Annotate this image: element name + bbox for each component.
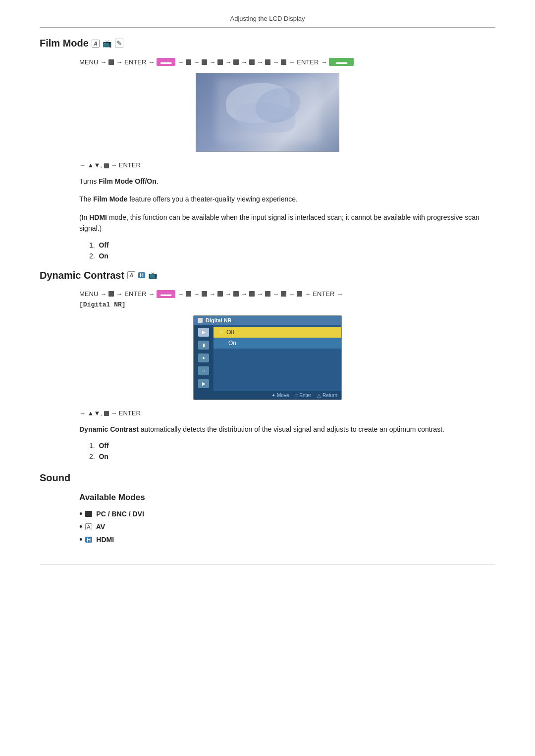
film-mode-enter-hint-text: → ▲▼, → ENTER — [79, 161, 141, 169]
dc-badge-a: A — [127, 271, 135, 279]
bullet-dot-pc: • — [79, 509, 82, 518]
sound-title-text: Sound — [40, 472, 70, 484]
dc-hint-sq — [104, 411, 109, 416]
osd-icon-5: ▶ — [198, 379, 209, 388]
nav-arrow-9: → — [257, 58, 263, 66]
dc-nav-menu: MENU — [79, 290, 98, 298]
dc-options: 1. Off 2. On — [40, 442, 495, 460]
nav-arrow-6: → — [209, 58, 215, 66]
nav-arrow-10: → — [272, 58, 279, 66]
film-mode-turns-desc: Turns Film Mode Off/On. — [79, 176, 495, 187]
film-mode-nav-row: MENU → → ENTER → ▬▬ → → → → → → → — [79, 58, 495, 66]
film-mode-section: Film Mode A 📺 ✎ MENU → → ENTER → ▬▬ → → … — [40, 38, 495, 260]
nav-arrow-3: → — [148, 58, 155, 66]
dc-option-2-label: On — [99, 453, 108, 460]
pc-label: PC / BNC / DVI — [96, 510, 144, 518]
dc-option-1: 1. Off — [79, 442, 495, 450]
hdmi-icon: H — [85, 537, 92, 543]
dc-enter-hint-text: → ▲▼, → ENTER — [79, 409, 141, 417]
bullet-hdmi: • H HDMI — [79, 535, 495, 544]
osd-title-bar: Digital NR — [194, 316, 341, 325]
dc-nav-arr-2: → — [116, 290, 122, 298]
hdmi-label: HDMI — [96, 536, 114, 544]
dc-desc: Dynamic Contrast automatically detects t… — [40, 424, 495, 435]
dc-osd-container: Digital NR ▶ ▮ ● ○ ▶ ✓ Off — [40, 315, 495, 400]
film-mode-menu-path: MENU → → ENTER → ▬▬ → → → → → → → — [40, 58, 495, 66]
bullet-av: • A AV — [79, 522, 495, 531]
dc-nav-arr-12: → — [304, 290, 311, 298]
badge-a: A — [92, 40, 100, 48]
dc-nav-arr-5: → — [193, 290, 200, 298]
nav-sq-5 — [233, 59, 239, 65]
badge-tv-icon: 📺 — [103, 39, 112, 48]
hint-sq — [104, 163, 109, 168]
top-divider — [40, 27, 495, 28]
osd-sidebar: ▶ ▮ ● ○ ▶ ✓ Off On — [194, 325, 341, 391]
dc-nav-arr-7: → — [225, 290, 231, 298]
film-mode-option-2-label: On — [99, 252, 108, 260]
av-icon: A — [85, 523, 92, 530]
dc-nav-sq-6 — [249, 291, 255, 297]
bullet-pc: • PC / BNC / DVI — [79, 509, 495, 518]
osd-footer-move: ✦ Move — [271, 393, 289, 398]
nav-arrow-7: → — [225, 58, 231, 66]
dynamic-contrast-title: Dynamic Contrast A H 📺 — [40, 270, 495, 281]
film-mode-option-1: 1. Off — [79, 241, 495, 249]
page-header-title: Adjusting the LCD Display — [40, 15, 495, 22]
film-mode-screen-image-container — [40, 73, 495, 152]
dc-nav-sq-7 — [265, 291, 270, 297]
sound-section: Sound Available Modes • PC / BNC / DVI •… — [40, 472, 495, 544]
osd-icons-col: ▶ ▮ ● ○ ▶ — [194, 325, 214, 391]
film-mode-title-text: Film Mode — [40, 38, 89, 49]
dc-nav-label: [Digital NR] — [79, 298, 495, 308]
film-mode-option-2: 2. On — [79, 252, 495, 260]
dc-nav-sq-8 — [281, 291, 286, 297]
nav-arrow-11: → — [288, 58, 295, 66]
bullet-dot-hdmi: • — [79, 535, 82, 544]
film-mode-keyword: Film Mode — [93, 195, 127, 203]
film-mode-title: Film Mode A 📺 ✎ — [40, 38, 495, 49]
film-mode-option-1-label: Off — [99, 241, 108, 249]
av-label: AV — [96, 523, 105, 531]
osd-title-icon — [198, 318, 203, 323]
dc-nav-arr-6: → — [209, 290, 215, 298]
sound-available-modes: Available Modes • PC / BNC / DVI • A AV … — [40, 493, 495, 544]
film-mode-desc2: (In HDMI mode, this function can be avai… — [40, 212, 495, 234]
dc-nav-enter-2: ENTER — [313, 290, 334, 298]
dc-enter-hint: → ▲▼, → ENTER — [40, 409, 495, 417]
osd-footer-enter: □ Enter — [295, 393, 311, 398]
dc-nav-row-1: MENU → → ENTER → ▬▬ → → → → → → → — [79, 290, 495, 298]
osd-content-col: ✓ Off On — [214, 325, 341, 391]
film-mode-hdmi-keyword: HDMI — [89, 213, 107, 221]
nav-sq-6 — [249, 59, 255, 65]
osd-icon-4: ○ — [198, 366, 209, 375]
dc-keyword: Dynamic Contrast — [79, 425, 139, 433]
nav-arrow-12: → — [321, 58, 327, 66]
dc-nav-arr-9: → — [257, 290, 263, 298]
dc-osd-screen: Digital NR ▶ ▮ ● ○ ▶ ✓ Off — [193, 315, 342, 400]
film-mode-desc2-text: (In HDMI mode, this function can be avai… — [79, 212, 495, 234]
bullet-dot-av: • — [79, 522, 82, 531]
dc-option-2: 2. On — [79, 453, 495, 460]
dc-badge-h: H — [138, 272, 145, 278]
dc-badge-tv: 📺 — [148, 271, 158, 280]
dc-nav-arr-3: → — [148, 290, 155, 298]
nav-sq-7 — [265, 59, 270, 65]
nav-arrow-4: → — [177, 58, 184, 66]
dc-option-1-label: Off — [99, 442, 108, 450]
dynamic-contrast-menu-path: MENU → → ENTER → ▬▬ → → → → → → → — [40, 290, 495, 308]
osd-menu-item-on: On — [214, 338, 341, 349]
osd-title-text: Digital NR — [206, 317, 232, 323]
film-mode-screen-image — [196, 73, 339, 152]
osd-menu-label-off: Off — [226, 329, 234, 336]
dc-nav-arr-10: → — [272, 290, 279, 298]
dc-nav-sq-2 — [186, 291, 191, 297]
dc-nav-enter-1: ENTER — [124, 290, 146, 298]
film-mode-desc1-text: The Film Mode feature offers you a theat… — [79, 194, 495, 204]
nav-sq-1 — [108, 59, 114, 65]
dc-nav-arr-4: → — [177, 290, 184, 298]
dynamic-contrast-title-text: Dynamic Contrast — [40, 270, 124, 281]
dc-nav-arr-8: → — [241, 290, 247, 298]
osd-check-off: ✓ — [219, 329, 223, 335]
dc-nav-sq-9 — [297, 291, 302, 297]
